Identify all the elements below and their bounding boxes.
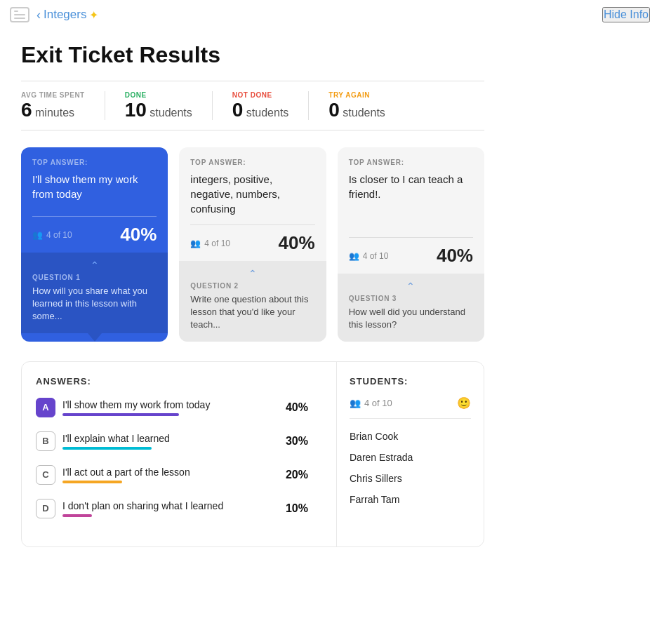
stat-value: 0 students bbox=[328, 100, 385, 120]
students-header: STUDENTS: bbox=[350, 376, 471, 387]
answer-item-D: D I don't plan on sharing what I learned… bbox=[36, 499, 308, 518]
card-students: 👥 4 of 10 bbox=[190, 239, 230, 248]
stat-label: AVG TIME SPENT bbox=[21, 91, 85, 99]
top-bar-left: ‹ Integers ✦ bbox=[10, 7, 98, 22]
answer-bar bbox=[62, 447, 152, 450]
answer-letter-D: D bbox=[36, 499, 55, 518]
card-q-text: How will you share what you learned in t… bbox=[32, 285, 157, 323]
answer-text: I'll act out a part of the lesson bbox=[62, 467, 274, 478]
student-name-0: Brian Cook bbox=[350, 426, 471, 447]
hide-info-button[interactable]: Hide Info bbox=[602, 7, 650, 22]
question-card-1[interactable]: TOP ANSWER: I'll show them my work from … bbox=[21, 147, 168, 342]
students-count-value: 4 of 10 bbox=[364, 398, 392, 408]
chevron-up-icon: ⌃ bbox=[349, 281, 473, 292]
students-count: 👥 4 of 10 bbox=[350, 398, 392, 408]
card-stats: 👥 4 of 10 40% bbox=[179, 225, 326, 261]
student-name-1: Daren Estrada bbox=[350, 447, 471, 468]
students-divider bbox=[350, 418, 471, 419]
back-label: Integers bbox=[44, 8, 86, 22]
answers-header: ANSWERS: bbox=[36, 376, 308, 387]
question-card-2[interactable]: TOP ANSWER: integers, positive, negative… bbox=[179, 147, 326, 342]
people-icon: 👥 bbox=[349, 251, 359, 261]
people-icon: 👥 bbox=[350, 398, 361, 408]
answer-letter-B: B bbox=[36, 431, 55, 451]
card-bottom: ⌃ QUESTION 2 Write one question about th… bbox=[179, 261, 326, 342]
card-top: TOP ANSWER: integers, positive, negative… bbox=[179, 147, 326, 224]
main-content: Exit Ticket Results AVG TIME SPENT 6 min… bbox=[0, 29, 505, 568]
stat-label: DONE bbox=[125, 91, 192, 99]
student-name-2: Chris Sillers bbox=[350, 468, 471, 489]
card-q-text: How well did you understand this lesson? bbox=[349, 306, 473, 331]
answer-text-block: I'll act out a part of the lesson bbox=[62, 467, 274, 483]
stat-label: TRY AGAIN bbox=[328, 91, 385, 99]
answer-bar bbox=[62, 413, 179, 416]
page-title: Exit Ticket Results bbox=[21, 42, 484, 68]
answers-panel: ANSWERS: A I'll show them my work from t… bbox=[22, 362, 322, 546]
students-list: Brian CookDaren EstradaChris SillersFarr… bbox=[350, 426, 471, 510]
answer-text-block: I'll explain what I learned bbox=[62, 433, 274, 450]
back-button[interactable]: ‹ Integers ✦ bbox=[36, 8, 98, 22]
answer-bar bbox=[62, 514, 92, 517]
card-q-text: Write one question about this lesson tha… bbox=[190, 293, 314, 332]
answer-text-block: I'll show them my work from today bbox=[62, 399, 274, 416]
answer-text: I'll show them my work from today bbox=[62, 399, 274, 410]
stat-value: 10 students bbox=[125, 100, 192, 120]
answer-percentage: 20% bbox=[281, 469, 308, 481]
answers-list: A I'll show them my work from today 40% … bbox=[36, 398, 308, 518]
card-pointer bbox=[88, 333, 102, 342]
students-count-row: 👥 4 of 10 🙂 bbox=[350, 396, 471, 410]
answer-item-C: C I'll act out a part of the lesson 20% bbox=[36, 465, 308, 485]
questions-row: TOP ANSWER: I'll show them my work from … bbox=[21, 147, 484, 342]
top-bar: ‹ Integers ✦ Hide Info bbox=[0, 0, 664, 29]
answer-percentage: 10% bbox=[281, 502, 308, 515]
answer-text: I'll explain what I learned bbox=[62, 433, 274, 444]
stat-label: NOT DONE bbox=[232, 91, 289, 99]
card-percentage: 40% bbox=[279, 232, 315, 254]
answers-students-row: ANSWERS: A I'll show them my work from t… bbox=[21, 361, 484, 547]
answer-text: I don't plan on sharing what I learned bbox=[62, 500, 274, 511]
answer-bar bbox=[62, 481, 122, 483]
stat-value: 0 students bbox=[232, 100, 289, 120]
card-q-label: QUESTION 2 bbox=[190, 282, 314, 290]
chevron-up-icon: ⌃ bbox=[32, 260, 157, 271]
card-answer: integers, positive, negative, numbers, c… bbox=[190, 172, 314, 216]
card-top-label: TOP ANSWER: bbox=[349, 159, 473, 166]
smiley-icon[interactable]: 🙂 bbox=[457, 396, 471, 410]
chevron-up-icon: ⌃ bbox=[190, 268, 314, 279]
card-q-label: QUESTION 3 bbox=[349, 295, 473, 302]
card-students: 👥 4 of 10 bbox=[349, 251, 389, 261]
back-chevron-icon: ‹ bbox=[36, 8, 41, 22]
students-count: 4 of 10 bbox=[46, 230, 72, 240]
stat-item-2: NOT DONE 0 students bbox=[232, 91, 310, 120]
stat-value: 6 minutes bbox=[21, 100, 85, 120]
card-stats: 👥 4 of 10 40% bbox=[21, 217, 168, 253]
sidebar-toggle-icon[interactable] bbox=[10, 7, 29, 22]
card-percentage: 40% bbox=[120, 224, 157, 246]
card-bottom: ⌃ QUESTION 1 How will you share what you… bbox=[21, 253, 168, 333]
answer-text-block: I don't plan on sharing what I learned bbox=[62, 500, 274, 517]
card-top-label: TOP ANSWER: bbox=[190, 159, 314, 166]
people-icon: 👥 bbox=[190, 239, 201, 248]
student-name-3: Farrah Tam bbox=[350, 489, 471, 510]
question-card-3[interactable]: TOP ANSWER: Is closer to I can teach a f… bbox=[338, 147, 484, 342]
people-icon: 👥 bbox=[32, 230, 43, 240]
answer-item-B: B I'll explain what I learned 30% bbox=[36, 431, 308, 451]
answer-letter-C: C bbox=[36, 465, 55, 485]
stat-item-3: TRY AGAIN 0 students bbox=[328, 91, 405, 120]
card-percentage: 40% bbox=[437, 245, 473, 267]
card-top: TOP ANSWER: I'll show them my work from … bbox=[21, 147, 168, 216]
card-answer: I'll show them my work from today bbox=[32, 172, 157, 201]
stat-item-1: DONE 10 students bbox=[125, 91, 213, 120]
card-answer: Is closer to I can teach a friend!. bbox=[349, 172, 473, 201]
answer-percentage: 40% bbox=[281, 401, 308, 414]
students-panel: STUDENTS: 👥 4 of 10 🙂 Brian CookDaren Es… bbox=[336, 362, 484, 546]
answer-percentage: 30% bbox=[281, 435, 308, 448]
card-top-label: TOP ANSWER: bbox=[32, 159, 157, 166]
answer-item-A: A I'll show them my work from today 40% bbox=[36, 398, 308, 417]
card-students: 👥 4 of 10 bbox=[32, 230, 72, 240]
students-count: 4 of 10 bbox=[204, 239, 230, 248]
stats-row: AVG TIME SPENT 6 minutes DONE 10 student… bbox=[21, 81, 484, 130]
card-bottom: ⌃ QUESTION 3 How well did you understand… bbox=[338, 274, 484, 341]
students-count: 4 of 10 bbox=[363, 251, 389, 261]
card-q-label: QUESTION 1 bbox=[32, 274, 157, 281]
